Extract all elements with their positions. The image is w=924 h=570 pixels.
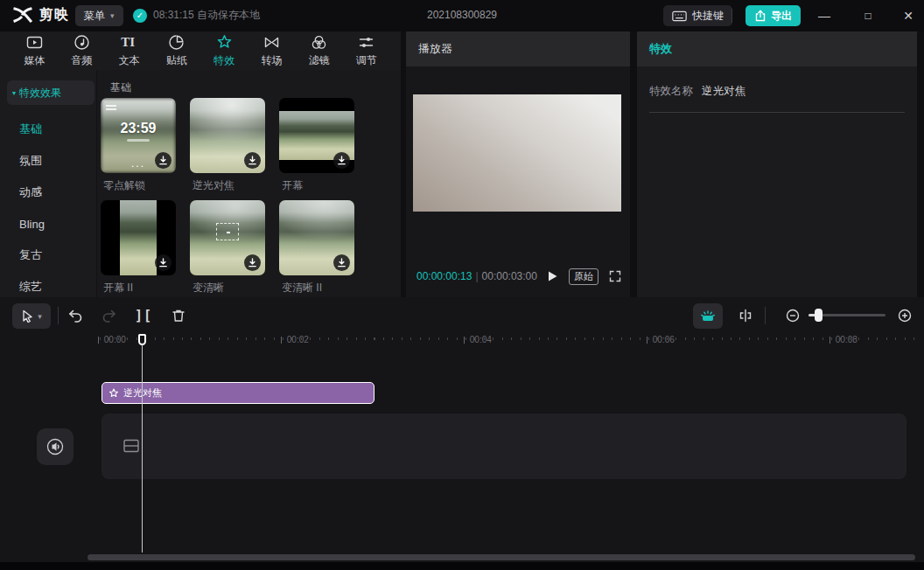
player-controls: 00:00:00:13 | 00:00:03:00 原始: [416, 268, 621, 285]
ruler-timestamp: 00:08: [830, 335, 858, 344]
effect-thumbnail: [190, 200, 265, 275]
asset-tab[interactable]: TI 文本: [106, 31, 153, 70]
effect-card[interactable]: 开幕: [279, 98, 354, 193]
inspector-header: 特效: [637, 31, 917, 66]
text-icon: TI: [121, 34, 137, 51]
sidebar-group-effects[interactable]: ▾ 特效效果: [7, 80, 94, 105]
download-icon[interactable]: [333, 254, 350, 271]
effect-name-row: 特效名称逆光对焦: [649, 84, 746, 99]
minimize-icon[interactable]: —: [807, 0, 842, 31]
delete-button[interactable]: [168, 305, 189, 326]
maximize-icon[interactable]: □: [850, 0, 886, 31]
effect-name-label: 变清晰: [190, 281, 265, 295]
player-header: 播放器: [406, 31, 630, 66]
asset-tab[interactable]: 滤镜: [296, 31, 343, 70]
select-tool-button[interactable]: ▾: [12, 303, 51, 329]
media-icon: [26, 34, 43, 51]
asset-tab[interactable]: 音频: [58, 31, 105, 70]
player-panel: 播放器 00:00:00:13 | 00:00:03:00 原始: [406, 31, 630, 297]
export-icon: [754, 10, 766, 22]
group-chevron-icon: ▾: [12, 89, 16, 97]
effect-card[interactable]: 变清晰: [190, 200, 265, 295]
effect-name-label: 变清晰 II: [279, 281, 354, 295]
effect-card[interactable]: 开幕 II: [101, 200, 176, 295]
zoom-out-icon[interactable]: [782, 305, 803, 326]
effect-card[interactable]: 变清晰 II: [279, 200, 354, 295]
sidebar-category-item[interactable]: 复古: [7, 240, 94, 271]
sidebar-category-item[interactable]: Bling: [7, 208, 94, 240]
timeline-zoom-slider[interactable]: [808, 314, 886, 316]
asset-tab[interactable]: 转场: [248, 31, 295, 70]
effects-grid-area: 基础 23:59 ...: [97, 70, 401, 297]
timeline-section: ▾ ][: [0, 297, 924, 570]
preview-axis-button[interactable]: [735, 305, 756, 326]
duration-timecode: 00:00:03:00: [482, 270, 537, 282]
download-icon[interactable]: [333, 152, 350, 169]
download-icon[interactable]: [244, 254, 261, 271]
asset-tab[interactable]: 特效: [200, 31, 248, 70]
sidebar-category-item[interactable]: 基础: [7, 114, 94, 145]
thumbnail-scene: [120, 200, 157, 275]
asset-tab[interactable]: 媒体: [10, 31, 58, 70]
asset-tab[interactable]: 调节: [343, 31, 390, 70]
ruler-timestamp: 00:00: [98, 335, 126, 344]
sidebar-category-item[interactable]: 氛围: [7, 145, 94, 177]
effect-name-value: 逆光对焦: [702, 85, 746, 97]
effect-card[interactable]: 23:59 ... 零点解锁: [101, 98, 176, 193]
close-icon[interactable]: ✕: [891, 0, 924, 31]
titlebar-divider: [732, 9, 732, 23]
keyboard-icon: [672, 10, 687, 22]
playhead-line: [142, 344, 144, 553]
quality-selector[interactable]: 原始: [569, 268, 598, 285]
current-timecode: 00:00:00:13: [416, 270, 472, 282]
video-track[interactable]: [102, 414, 906, 479]
effects-icon: [216, 34, 233, 51]
playhead[interactable]: [138, 334, 146, 570]
sticker-icon: [168, 34, 185, 51]
effects-grid: 23:59 ... 零点解锁: [101, 98, 354, 295]
zoom-slider-thumb[interactable]: [815, 309, 822, 322]
snapping-toggle-button[interactable]: [693, 303, 723, 329]
effect-name-key: 特效名称: [649, 85, 693, 97]
asset-tabbar: 媒体 音频 TI 文本 贴纸 特效 转场: [10, 31, 390, 70]
effect-thumbnail: [279, 200, 354, 275]
thumbnail-clock-text: 23:59: [101, 121, 176, 142]
toolbar-divider: [765, 307, 766, 324]
focus-frame-overlay: [216, 223, 239, 240]
video-preview: [413, 94, 621, 212]
undo-button[interactable]: [65, 305, 86, 326]
export-button[interactable]: 导出: [746, 5, 801, 26]
mute-track-button[interactable]: [37, 428, 74, 465]
download-icon[interactable]: [244, 152, 261, 169]
tool-chevron-icon: ▾: [38, 312, 42, 321]
inspector-divider: [649, 112, 905, 113]
shortcuts-button[interactable]: 快捷键: [663, 5, 732, 26]
adjust-icon: [358, 34, 374, 51]
titlebar: 剪映 菜单 ▾ ✓ 08:31:15 自动保存本地 202108300829 快…: [0, 0, 924, 31]
section-label: 基础: [110, 80, 131, 95]
filter-icon: [311, 34, 327, 51]
effect-thumbnail: [101, 200, 176, 275]
effect-thumbnail: [190, 98, 265, 173]
ruler-timestamp: 00:04: [464, 335, 492, 344]
effect-star-icon: [108, 388, 119, 399]
horizontal-scrollbar[interactable]: [88, 554, 915, 560]
film-frame-icon: [122, 438, 140, 454]
cursor-icon: [21, 309, 34, 323]
zoom-in-icon[interactable]: [894, 305, 915, 326]
effect-name-label: 逆光对焦: [190, 178, 265, 193]
effect-inspector-panel: 特效 特效名称逆光对焦: [637, 31, 917, 297]
download-icon[interactable]: [155, 254, 172, 271]
split-clip-button[interactable]: ][: [133, 305, 154, 326]
download-icon[interactable]: [155, 152, 172, 169]
effect-card[interactable]: 逆光对焦: [190, 98, 265, 193]
toolbar-divider: [58, 307, 59, 324]
effect-thumbnail: [279, 98, 354, 173]
redo-button[interactable]: [99, 305, 120, 326]
asset-tab[interactable]: 贴纸: [153, 31, 200, 70]
fullscreen-icon[interactable]: [609, 270, 621, 282]
play-icon[interactable]: [546, 270, 558, 282]
transition-icon: [263, 34, 280, 51]
sidebar-category-item[interactable]: 动感: [7, 177, 94, 208]
timeline-ruler[interactable]: 00:00 00:02 00:04 00:06 00:08: [98, 334, 924, 350]
